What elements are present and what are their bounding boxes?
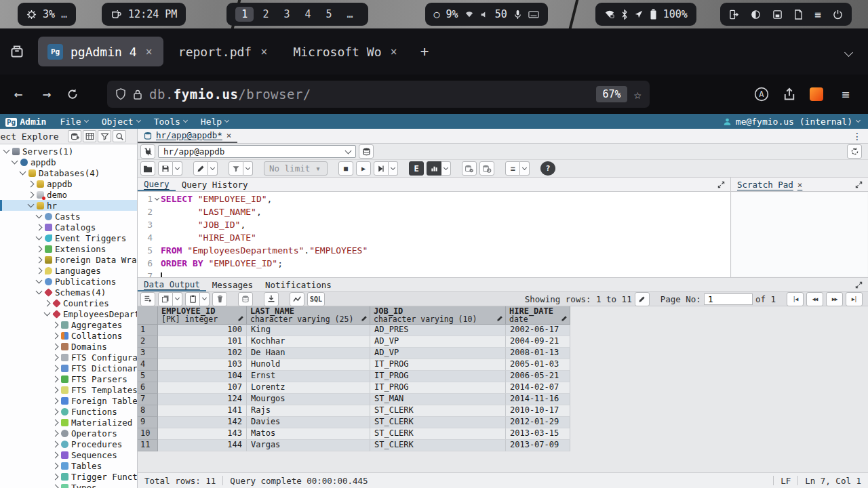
chevron-right-icon[interactable]	[28, 180, 35, 187]
cell-employee_id[interactable]: 100	[158, 325, 247, 336]
cell-job_id[interactable]: ST_CLERK	[370, 405, 506, 417]
tab-query-history[interactable]: Query History	[176, 178, 254, 191]
edit-button[interactable]	[193, 161, 208, 176]
tree-item-countries[interactable]: Countries	[0, 298, 137, 308]
cell-last_name[interactable]: Matos	[247, 428, 370, 440]
table-row-7[interactable]: 7124MourgosST_MAN2014-11-16	[138, 394, 868, 405]
menu-help[interactable]: Help	[201, 117, 229, 127]
row-number-cell[interactable]: 2	[138, 336, 158, 348]
tree-item-tables[interactable]: Tables	[0, 460, 137, 471]
save-data-button[interactable]	[238, 292, 253, 306]
cell-hire_date[interactable]: 2012-01-29	[506, 417, 570, 428]
tree-item-databases-4-[interactable]: Databases(4)	[0, 167, 137, 178]
cell-last_name[interactable]: Mourgos	[247, 394, 370, 405]
copy-dropdown-button[interactable]	[173, 292, 182, 306]
chevron-right-icon[interactable]	[52, 473, 59, 480]
editor-line-4[interactable]: 4 "HIRE_DATE"	[138, 231, 730, 244]
sql-button[interactable]: SQL	[307, 292, 325, 306]
power-icon[interactable]	[833, 9, 843, 20]
filter-button[interactable]	[229, 161, 243, 176]
download-button[interactable]	[264, 292, 279, 306]
query-tab-close-icon[interactable]: ×	[226, 130, 232, 140]
cpu-indicator[interactable]: 3% …	[18, 3, 76, 26]
cell-job_id[interactable]: ST_CLERK	[370, 440, 506, 451]
table-row-10[interactable]: 10143MatosST_CLERK2013-03-15	[138, 428, 868, 440]
tab-close-icon[interactable]: ×	[144, 45, 154, 58]
cell-employee_id[interactable]: 102	[158, 348, 247, 359]
chevron-right-icon[interactable]	[52, 386, 59, 393]
cell-job_id[interactable]: IT_PROG	[370, 382, 506, 394]
row-number-cell[interactable]: 6	[138, 382, 158, 394]
workspace-2[interactable]: 2	[256, 7, 275, 22]
theme-icon[interactable]	[751, 9, 761, 20]
chevron-right-icon[interactable]	[36, 245, 43, 252]
filter-tree-icon[interactable]	[98, 130, 111, 142]
account-icon[interactable]: A	[754, 87, 769, 102]
cell-hire_date[interactable]: 2006-05-21	[506, 371, 570, 382]
cell-employee_id[interactable]: 124	[158, 394, 247, 405]
fold-chevron-icon[interactable]	[154, 195, 159, 200]
tree-item-languages[interactable]: Languages	[0, 265, 137, 276]
tree-item-sequences[interactable]: Sequences	[0, 449, 137, 460]
table-row-1[interactable]: 1100KingAD_PRES2002-06-17	[138, 325, 868, 336]
tab-close-icon[interactable]: ×	[259, 45, 269, 58]
stop-button[interactable]: ■	[338, 161, 353, 176]
chevron-right-icon[interactable]	[52, 462, 59, 469]
cell-job_id[interactable]: ST_CLERK	[370, 417, 506, 428]
menu-file[interactable]: File	[60, 117, 87, 127]
cell-hire_date[interactable]: 2005-01-03	[506, 359, 570, 371]
share-icon[interactable]	[783, 87, 796, 101]
chevron-right-icon[interactable]	[36, 224, 43, 230]
cell-last_name[interactable]: Rajs	[247, 405, 370, 417]
open-file-button[interactable]	[140, 161, 155, 176]
cell-employee_id[interactable]: 143	[158, 428, 247, 440]
reset-layout-button[interactable]	[847, 144, 862, 159]
tree-item-appdb[interactable]: appdb	[0, 178, 137, 189]
tree-item-operators[interactable]: Operators	[0, 428, 137, 439]
add-row-button[interactable]	[140, 292, 155, 306]
tab-pgadmin[interactable]: Pg pgAdmin 4 ×	[38, 37, 163, 66]
cell-employee_id[interactable]: 144	[158, 440, 247, 451]
bookmark-star-icon[interactable]: ☆	[634, 87, 642, 102]
macros-dropdown-button[interactable]	[520, 161, 530, 176]
cell-last_name[interactable]: Davies	[247, 417, 370, 428]
paste-button[interactable]	[185, 292, 200, 306]
editor-line-1[interactable]: 1SELECT "EMPLOYEE_ID",	[138, 192, 730, 205]
tree-item-procedures[interactable]: Procedures	[0, 439, 137, 449]
table-row-5[interactable]: 5104ErnstIT_PROG2006-05-21	[138, 371, 868, 382]
workspace-3[interactable]: 3	[277, 7, 296, 22]
new-connection-button[interactable]	[359, 144, 374, 159]
tree-item-fts-configurations[interactable]: FTS Configurations	[0, 352, 137, 363]
chevron-right-icon[interactable]	[52, 419, 59, 426]
menu-tools[interactable]: Tools	[154, 117, 187, 127]
scratch-pad-body[interactable]	[732, 192, 867, 277]
tree-item-trigger-functions[interactable]: Trigger Functions	[0, 471, 137, 482]
row-number-cell[interactable]: 11	[138, 440, 158, 451]
chevron-down-icon[interactable]	[36, 212, 43, 219]
app-menu-icon[interactable]: ≡	[837, 87, 854, 102]
column-header-last_name[interactable]: LAST_NAMEcharacter varying (25)	[247, 306, 370, 325]
cell-last_name[interactable]: Vargas	[247, 440, 370, 451]
edit-dropdown-button[interactable]	[208, 161, 218, 176]
explain-button[interactable]: E	[409, 161, 424, 176]
delete-row-button[interactable]	[212, 292, 227, 306]
next-page-button[interactable]: ▶▶	[826, 292, 843, 306]
execute-button[interactable]: ▶	[356, 161, 371, 176]
tree-item-casts[interactable]: Casts	[0, 211, 137, 222]
status-widget[interactable]: ○ 9% 50	[425, 3, 548, 26]
new-tab-button[interactable]: +	[414, 43, 436, 60]
table-row-9[interactable]: 9142DaviesST_CLERK2012-01-29	[138, 417, 868, 428]
tab-microsoft-word[interactable]: Microsoft Wo ×	[283, 37, 408, 66]
cell-last_name[interactable]: Kochhar	[247, 336, 370, 348]
account-menu[interactable]: me@fymio.us (internal)	[723, 117, 863, 127]
query-tool-tab[interactable]: hr/app@appdb* ×	[138, 129, 237, 143]
zoom-level-badge[interactable]: 67%	[596, 86, 627, 102]
shield-icon[interactable]	[115, 88, 126, 100]
execute-options-button[interactable]	[374, 161, 389, 176]
back-button[interactable]: ←	[9, 86, 27, 102]
tree-item-fts-templates[interactable]: FTS Templates	[0, 384, 137, 395]
chevron-right-icon[interactable]	[36, 267, 43, 274]
first-page-button[interactable]: |◀	[787, 292, 804, 306]
firefox-view-icon[interactable]	[7, 41, 27, 62]
row-number-cell[interactable]: 3	[138, 348, 158, 359]
